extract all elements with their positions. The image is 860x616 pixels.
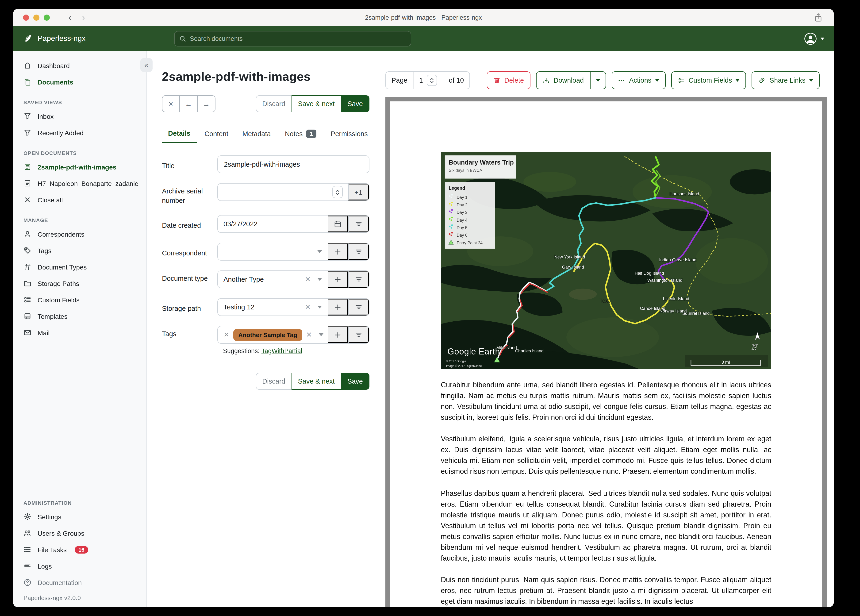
- save-and-next-button-bottom[interactable]: Save & next: [292, 373, 341, 390]
- close-window-button[interactable]: [23, 14, 29, 20]
- correspondent-filter-icon[interactable]: [348, 243, 369, 260]
- brand[interactable]: Paperless-ngx: [22, 33, 139, 44]
- save-button[interactable]: Save: [341, 95, 369, 112]
- suggestion-tag-link[interactable]: TagWithPartial: [262, 347, 302, 355]
- sidebar-item-file-tasks[interactable]: File Tasks 16: [13, 541, 146, 558]
- asn-plus-one-button[interactable]: +1: [348, 184, 369, 201]
- clear-icon[interactable]: ✕: [306, 330, 312, 339]
- number-stepper[interactable]: [332, 186, 343, 198]
- sidebar-item-documents[interactable]: Documents: [13, 74, 146, 90]
- tag-chip[interactable]: Another Sample Tag: [233, 329, 302, 341]
- tab-details[interactable]: Details: [162, 124, 196, 143]
- tab-permissions[interactable]: Permissions: [325, 124, 374, 143]
- sidebar-item-templates[interactable]: Templates: [13, 308, 146, 324]
- sidebar-item-logs[interactable]: Logs: [13, 558, 146, 574]
- tab-notes[interactable]: Notes 1: [279, 124, 323, 143]
- sidebar: Dashboard Documents SAVED VIEWS Inbox Re…: [13, 51, 147, 607]
- actions-button[interactable]: ⋯ Actions: [611, 71, 665, 89]
- pdf-preview-frame[interactable]: Hausons Island New York Island Gary Isla…: [385, 97, 827, 607]
- sidebar-item-custom-fields[interactable]: Custom Fields: [13, 292, 146, 308]
- add-storage-path-button[interactable]: [328, 299, 348, 316]
- previous-document-button[interactable]: ←: [179, 95, 198, 112]
- calendar-icon[interactable]: [328, 215, 348, 233]
- sidebar-item-label: Mail: [38, 329, 50, 336]
- sidebar-item-close-all[interactable]: Close all: [13, 192, 146, 208]
- zoom-window-button[interactable]: [44, 14, 50, 20]
- discard-button-bottom[interactable]: Discard: [256, 373, 292, 390]
- download-button[interactable]: Download: [536, 71, 590, 89]
- island-label: Indian Grave Island: [659, 257, 697, 262]
- page-title: 2sample-pdf-with-images: [162, 69, 369, 84]
- document-preview-pane: Page 1 of 10 Delete: [381, 51, 834, 607]
- island-label: Washington Island: [647, 278, 683, 283]
- tab-metadata[interactable]: Metadata: [236, 124, 277, 143]
- sidebar-item-users-groups[interactable]: Users & Groups: [13, 525, 146, 541]
- browser-forward-button[interactable]: ›: [82, 13, 85, 22]
- sidebar-open-doc[interactable]: H7_Napoleon_Bonaparte_zadanie: [13, 175, 146, 192]
- sidebar-item-documentation[interactable]: Documentation: [13, 574, 146, 591]
- sidebar-item-label: File Tasks: [38, 546, 67, 553]
- clear-icon[interactable]: ✕: [305, 303, 311, 311]
- storage-path-select[interactable]: Testing 12 ✕: [218, 299, 328, 316]
- sidebar-item-mail[interactable]: Mail: [13, 324, 146, 341]
- page-stepper[interactable]: [427, 75, 437, 86]
- user-menu[interactable]: [804, 32, 824, 45]
- search-input[interactable]: [190, 35, 406, 42]
- svg-text:Day 4: Day 4: [457, 218, 468, 223]
- sidebar-item-label: Users & Groups: [38, 530, 84, 537]
- sidebar-item-label: Settings: [38, 513, 61, 520]
- tags-filter-icon[interactable]: [348, 326, 369, 343]
- document-type-filter-icon[interactable]: [348, 271, 369, 288]
- save-button-bottom[interactable]: Save: [341, 373, 369, 390]
- sidebar-item-correspondents[interactable]: Correspondents: [13, 226, 146, 242]
- save-and-next-button[interactable]: Save & next: [292, 95, 341, 112]
- preview-toolbar: Page 1 of 10 Delete: [385, 71, 827, 89]
- storage-path-filter-icon[interactable]: [348, 299, 369, 316]
- close-document-button[interactable]: ✕: [162, 95, 180, 112]
- add-correspondent-button[interactable]: [328, 243, 348, 260]
- asn-input[interactable]: [218, 184, 348, 201]
- minimize-window-button[interactable]: [33, 14, 39, 20]
- svg-text:Day 5: Day 5: [457, 225, 468, 230]
- date-filter-icon[interactable]: [348, 215, 369, 233]
- sidebar-item-tags[interactable]: Tags: [13, 242, 146, 259]
- field-label-correspondent: Correspondent: [162, 245, 217, 258]
- download-options-button[interactable]: [590, 71, 606, 89]
- add-tag-button[interactable]: [328, 326, 348, 343]
- sidebar-item-recently-added[interactable]: Recently Added: [13, 124, 146, 141]
- sidebar-item-inbox[interactable]: Inbox: [13, 108, 146, 124]
- sidebar-item-label: Templates: [38, 313, 67, 320]
- sidebar-item-storage-paths[interactable]: Storage Paths: [13, 275, 146, 292]
- share-icon[interactable]: [814, 13, 822, 22]
- document-text: Curabitur bibendum ante urna, sed blandi…: [441, 379, 771, 607]
- document-type-select[interactable]: Another Type ✕: [218, 271, 328, 288]
- sidebar-item-document-types[interactable]: Document Types: [13, 259, 146, 275]
- remove-tag-icon[interactable]: ✕: [223, 330, 229, 339]
- delete-button[interactable]: Delete: [487, 71, 530, 89]
- page-number-input[interactable]: 1: [413, 72, 443, 89]
- add-document-type-button[interactable]: [328, 271, 348, 288]
- sidebar-item-dashboard[interactable]: Dashboard: [13, 57, 146, 74]
- tab-content[interactable]: Content: [198, 124, 234, 143]
- sidebar-open-doc-current[interactable]: 2sample-pdf-with-images: [13, 159, 146, 175]
- next-document-button[interactable]: →: [197, 95, 215, 112]
- download-icon: [543, 77, 550, 84]
- hash-icon: [24, 263, 31, 271]
- share-links-button[interactable]: Share Links: [752, 71, 820, 89]
- sidebar-collapse-button[interactable]: «: [140, 58, 152, 72]
- map-text-annotation: Text: [599, 297, 610, 304]
- paperless-leaf-icon: [22, 33, 33, 44]
- correspondent-select[interactable]: [218, 243, 328, 260]
- search-bar[interactable]: [174, 31, 411, 46]
- date-created-input[interactable]: [223, 220, 322, 228]
- sidebar-heading-administration: ADMINISTRATION: [13, 491, 146, 509]
- title-input[interactable]: [217, 156, 369, 173]
- browser-back-button[interactable]: ‹: [69, 13, 72, 22]
- tags-select[interactable]: ✕ Another Sample Tag ✕: [218, 326, 328, 343]
- svg-text:Day 1: Day 1: [457, 195, 468, 200]
- link-icon: [758, 77, 766, 84]
- clear-icon[interactable]: ✕: [305, 275, 311, 284]
- sidebar-item-settings[interactable]: Settings: [13, 509, 146, 525]
- discard-button[interactable]: Discard: [256, 95, 292, 112]
- custom-fields-button[interactable]: Custom Fields: [671, 71, 746, 89]
